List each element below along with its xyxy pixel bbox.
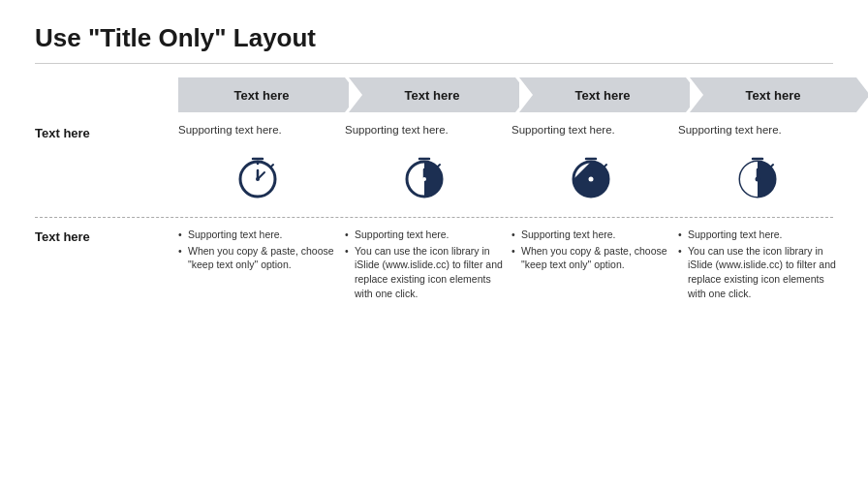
support-text-4: Supporting text here. — [678, 124, 837, 136]
svg-point-5 — [256, 177, 260, 181]
bullet-4-1: Supporting text here. — [678, 228, 837, 242]
svg-line-22 — [770, 165, 773, 168]
support-text-2: Supporting text here. — [345, 124, 504, 136]
top-cell-4: Supporting text here. — [678, 124, 845, 211]
timer-icon-1 — [232, 151, 284, 203]
support-text-1: Supporting text here. — [178, 124, 337, 136]
section-divider — [35, 217, 833, 218]
page: Use "Title Only" Layout Text here Text h… — [0, 0, 868, 488]
bullet-3-1: Supporting text here. — [512, 228, 670, 242]
bottom-cell-4: Supporting text here. You can use the ic… — [678, 228, 845, 302]
svg-line-6 — [270, 165, 273, 168]
arrow-cell-2: Text here — [349, 77, 515, 112]
top-row-label: Text here — [35, 124, 178, 140]
bottom-cell-2: Supporting text here. You can use the ic… — [345, 228, 512, 302]
bullet-list-1: Supporting text here. When you copy & pa… — [178, 228, 337, 272]
top-row: Text here Supporting text here. — [35, 124, 833, 211]
svg-line-16 — [604, 165, 606, 168]
bullet-3-2: When you copy & paste, choose "keep text… — [512, 244, 670, 272]
bottom-cells: Supporting text here. When you copy & pa… — [178, 228, 845, 302]
timer-icon-2 — [398, 151, 450, 203]
bottom-row: Text here Supporting text here. When you… — [35, 228, 833, 302]
arrow-cell-1: Text here — [178, 77, 345, 112]
bottom-cell-1: Supporting text here. When you copy & pa… — [178, 228, 345, 302]
timer-icon-3 — [565, 151, 617, 203]
arrow-row: Text here Text here Text here Text here — [178, 77, 833, 112]
title-divider — [35, 63, 833, 64]
svg-point-15 — [589, 177, 594, 182]
support-text-3: Supporting text here. — [512, 124, 670, 136]
svg-point-21 — [756, 177, 760, 182]
bullet-1-1: Supporting text here. — [178, 228, 337, 242]
bullet-2-1: Supporting text here. — [345, 228, 504, 242]
bottom-cell-3: Supporting text here. When you copy & pa… — [512, 228, 678, 302]
bullet-4-2: You can use the icon library in iSlide (… — [678, 244, 837, 301]
top-cell-2: Supporting text here. — [345, 124, 512, 211]
icon-container-1 — [178, 143, 337, 211]
page-title: Use "Title Only" Layout — [35, 23, 833, 53]
bottom-row-label: Text here — [35, 228, 178, 244]
bullet-list-2: Supporting text here. You can use the ic… — [345, 228, 504, 300]
arrow-cell-4: Text here — [690, 77, 856, 112]
arrow-cell-3: Text here — [519, 77, 686, 112]
bullet-1-2: When you copy & paste, choose "keep text… — [178, 244, 337, 272]
top-cells: Supporting text here. Supporting text he… — [178, 124, 845, 211]
icon-container-2 — [345, 143, 504, 211]
svg-line-11 — [437, 165, 440, 168]
top-cell-1: Supporting text here. — [178, 124, 345, 211]
icon-container-4 — [678, 143, 837, 211]
timer-icon-4 — [731, 151, 784, 203]
svg-point-10 — [422, 177, 426, 181]
bullet-2-2: You can use the icon library in iSlide (… — [345, 244, 504, 301]
bullet-list-4: Supporting text here. You can use the ic… — [678, 228, 837, 300]
bullet-list-3: Supporting text here. When you copy & pa… — [512, 228, 670, 272]
top-cell-3: Supporting text here. — [512, 124, 678, 211]
icon-container-3 — [512, 143, 670, 211]
